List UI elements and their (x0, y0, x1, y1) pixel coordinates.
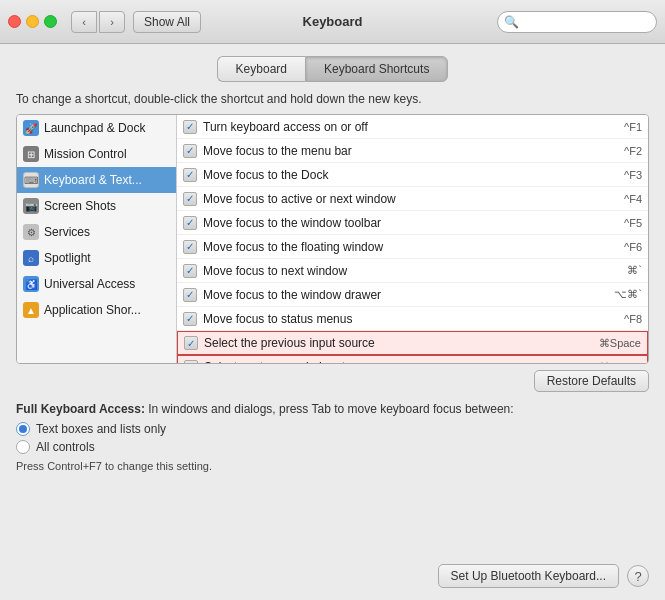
sidebar-item-screenshots[interactable]: 📷Screen Shots (17, 193, 176, 219)
spotlight-icon: ⌕ (23, 250, 39, 266)
checkbox-s4[interactable]: ✓ (183, 192, 197, 206)
launchpad-icon: 🚀 (23, 120, 39, 136)
shortcut-key-s11: ⌥⌘Space (586, 361, 641, 364)
shortcut-key-s10: ⌘Space (599, 337, 641, 350)
minimize-button[interactable] (26, 15, 39, 28)
titlebar: ‹ › Show All Keyboard 🔍 (0, 0, 665, 44)
radio-circle-all-controls (16, 440, 30, 454)
sidebar: 🚀Launchpad & Dock⊞Mission Control⌨Keyboa… (17, 115, 177, 363)
help-button[interactable]: ? (627, 565, 649, 587)
checkbox-s7[interactable]: ✓ (183, 264, 197, 278)
maximize-button[interactable] (44, 15, 57, 28)
checkbox-s10[interactable]: ✓ (184, 336, 198, 350)
shortcut-row-s1[interactable]: ✓Turn keyboard access on or off^F1 (177, 115, 648, 139)
tab-keyboard[interactable]: Keyboard (217, 56, 305, 82)
sidebar-item-spotlight[interactable]: ⌕Spotlight (17, 245, 176, 271)
shortcut-key-s6: ^F6 (624, 241, 642, 253)
sidebar-item-launchpad[interactable]: 🚀Launchpad & Dock (17, 115, 176, 141)
shortcut-row-s4[interactable]: ✓Move focus to active or next window^F4 (177, 187, 648, 211)
shortcut-row-s2[interactable]: ✓Move focus to the menu bar^F2 (177, 139, 648, 163)
appshor-icon: ▲ (23, 302, 39, 318)
back-button[interactable]: ‹ (71, 11, 97, 33)
shortcut-row-s11[interactable]: ✓Select next source in Input menu⌥⌘Space (177, 355, 648, 363)
shortcut-label-s2: Move focus to the menu bar (203, 144, 618, 158)
shortcut-label-s11: Select next source in Input menu (204, 360, 580, 363)
main-content: Keyboard Keyboard Shortcuts To change a … (0, 44, 665, 600)
show-all-button[interactable]: Show All (133, 11, 201, 33)
shortcut-label-s3: Move focus to the Dock (203, 168, 618, 182)
shortcut-label-s9: Move focus to status menus (203, 312, 618, 326)
close-button[interactable] (8, 15, 21, 28)
shortcut-label-s7: Move focus to next window (203, 264, 621, 278)
keyboard-icon: ⌨ (23, 172, 39, 188)
shortcut-key-s5: ^F5 (624, 217, 642, 229)
sidebar-label-services: Services (44, 225, 90, 239)
shortcut-label-s8: Move focus to the window drawer (203, 288, 608, 302)
checkbox-s1[interactable]: ✓ (183, 120, 197, 134)
shortcut-row-s10[interactable]: ✓Select the previous input source⌘Space (177, 331, 648, 355)
sidebar-item-services[interactable]: ⚙Services (17, 219, 176, 245)
checkbox-s6[interactable]: ✓ (183, 240, 197, 254)
fka-description: In windows and dialogs, press Tab to mov… (148, 402, 513, 416)
nav-arrows: ‹ › (71, 11, 125, 33)
sidebar-label-mission: Mission Control (44, 147, 127, 161)
checkbox-s2[interactable]: ✓ (183, 144, 197, 158)
restore-defaults-button[interactable]: Restore Defaults (534, 370, 649, 392)
sidebar-label-universal: Universal Access (44, 277, 135, 291)
shortcut-label-s5: Move focus to the window toolbar (203, 216, 618, 230)
fka-section: Full Keyboard Access: In windows and dia… (16, 402, 649, 472)
shortcut-row-s5[interactable]: ✓Move focus to the window toolbar^F5 (177, 211, 648, 235)
shortcut-row-s8[interactable]: ✓Move focus to the window drawer⌥⌘` (177, 283, 648, 307)
search-wrap: 🔍 (497, 11, 657, 33)
sidebar-item-mission[interactable]: ⊞Mission Control (17, 141, 176, 167)
sidebar-label-spotlight: Spotlight (44, 251, 91, 265)
shortcut-key-s2: ^F2 (624, 145, 642, 157)
checkbox-s3[interactable]: ✓ (183, 168, 197, 182)
search-input[interactable] (497, 11, 657, 33)
sidebar-item-universal[interactable]: ♿Universal Access (17, 271, 176, 297)
tab-bar: Keyboard Keyboard Shortcuts (16, 56, 649, 82)
sidebar-label-screenshots: Screen Shots (44, 199, 116, 213)
checkbox-s11[interactable]: ✓ (184, 360, 198, 363)
shortcut-label-s10: Select the previous input source (204, 336, 593, 350)
shortcuts-panel: ✓Turn keyboard access on or off^F1✓Move … (177, 115, 648, 363)
shortcut-key-s8: ⌥⌘` (614, 288, 642, 301)
shortcut-row-s7[interactable]: ✓Move focus to next window⌘` (177, 259, 648, 283)
sidebar-label-launchpad: Launchpad & Dock (44, 121, 145, 135)
radio-circle-text-boxes (16, 422, 30, 436)
shortcut-row-s6[interactable]: ✓Move focus to the floating window^F6 (177, 235, 648, 259)
sidebar-item-keyboard[interactable]: ⌨Keyboard & Text... (17, 167, 176, 193)
fka-title: Full Keyboard Access: In windows and dia… (16, 402, 649, 416)
shortcut-row-s9[interactable]: ✓Move focus to status menus^F8 (177, 307, 648, 331)
bluetooth-button[interactable]: Set Up Bluetooth Keyboard... (438, 564, 619, 588)
shortcut-key-s4: ^F4 (624, 193, 642, 205)
traffic-lights (8, 15, 57, 28)
radio-option-all-controls[interactable]: All controls (16, 440, 649, 454)
fka-options: Text boxes and lists onlyAll controls (16, 422, 649, 454)
shortcut-key-s7: ⌘` (627, 264, 642, 277)
window-title: Keyboard (303, 14, 363, 29)
checkbox-s5[interactable]: ✓ (183, 216, 197, 230)
fka-title-label: Full Keyboard Access: (16, 402, 145, 416)
checkbox-s8[interactable]: ✓ (183, 288, 197, 302)
sidebar-label-appshor: Application Shor... (44, 303, 141, 317)
radio-option-text-boxes[interactable]: Text boxes and lists only (16, 422, 649, 436)
shortcut-label-s6: Move focus to the floating window (203, 240, 618, 254)
panels: 🚀Launchpad & Dock⊞Mission Control⌨Keyboa… (16, 114, 649, 364)
shortcut-key-s3: ^F3 (624, 169, 642, 181)
shortcut-key-s9: ^F8 (624, 313, 642, 325)
fka-note: Press Control+F7 to change this setting. (16, 460, 649, 472)
bottom-bar: Set Up Bluetooth Keyboard... ? (16, 556, 649, 588)
shortcut-key-s1: ^F1 (624, 121, 642, 133)
sidebar-label-keyboard: Keyboard & Text... (44, 173, 142, 187)
sidebar-item-appshor[interactable]: ▲Application Shor... (17, 297, 176, 323)
radio-label-all-controls: All controls (36, 440, 95, 454)
radio-label-text-boxes: Text boxes and lists only (36, 422, 166, 436)
forward-button[interactable]: › (99, 11, 125, 33)
shortcut-label-s4: Move focus to active or next window (203, 192, 618, 206)
screenshots-icon: 📷 (23, 198, 39, 214)
restore-row: Restore Defaults (16, 370, 649, 392)
checkbox-s9[interactable]: ✓ (183, 312, 197, 326)
shortcut-row-s3[interactable]: ✓Move focus to the Dock^F3 (177, 163, 648, 187)
tab-shortcuts[interactable]: Keyboard Shortcuts (305, 56, 448, 82)
